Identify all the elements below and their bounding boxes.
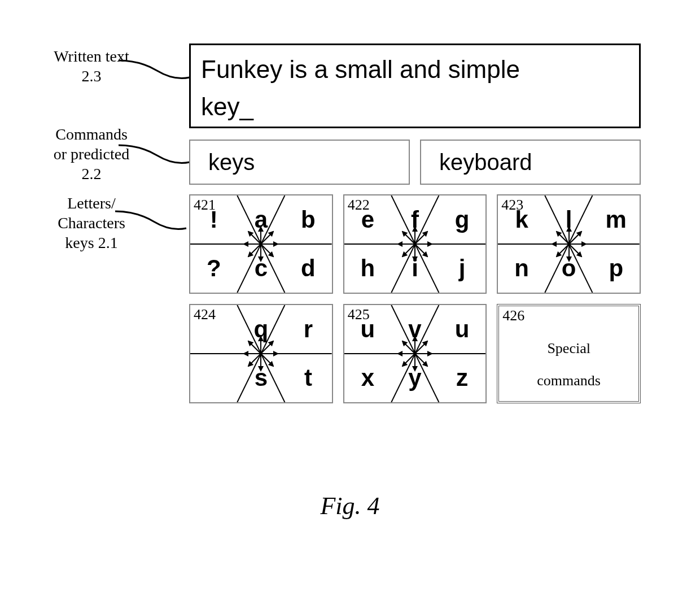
svg-line-41 xyxy=(248,354,261,366)
key-423-arrows-icon xyxy=(546,221,592,267)
written-text-area[interactable]: Funkey is a small and simple key_ xyxy=(189,44,641,128)
svg-line-15 xyxy=(415,232,427,244)
svg-line-19 xyxy=(403,244,415,256)
svg-line-26 xyxy=(569,232,581,244)
written-text-line2: key_ xyxy=(201,93,253,120)
prediction-2-text: keyboard xyxy=(439,150,532,175)
key-421[interactable]: 421 ! a b ? c d xyxy=(189,194,333,294)
svg-line-54 xyxy=(403,341,415,354)
svg-line-37 xyxy=(261,341,273,354)
svg-line-39 xyxy=(261,354,273,366)
svg-line-30 xyxy=(557,244,569,256)
label-letters-l3: keys 2.1 xyxy=(65,234,117,251)
svg-line-43 xyxy=(248,341,261,354)
key-424-arrows-icon xyxy=(238,331,283,376)
key-425-num: 425 xyxy=(348,306,370,323)
label-letters-l1: Letters/ xyxy=(67,194,116,212)
svg-line-8 xyxy=(248,244,261,256)
figure-caption: Fig. 4 xyxy=(0,491,700,520)
svg-line-32 xyxy=(557,232,569,244)
svg-line-52 xyxy=(403,354,415,366)
key-422-arrows-icon xyxy=(392,221,438,267)
key-421-num: 421 xyxy=(194,197,216,214)
key-423[interactable]: 423 k l m n o p xyxy=(497,194,641,294)
connector-written-text xyxy=(117,59,191,82)
svg-line-48 xyxy=(415,341,427,354)
written-text-line1: Funkey is a small and simple xyxy=(201,55,520,83)
key-425-arrows-icon xyxy=(392,331,438,376)
svg-line-10 xyxy=(248,232,261,244)
svg-line-6 xyxy=(261,244,273,256)
prediction-row: keys keyboard xyxy=(189,140,641,185)
prediction-1-text: keys xyxy=(208,150,255,175)
svg-line-21 xyxy=(403,232,415,244)
key-425[interactable]: 425 u v u x y z xyxy=(343,304,487,403)
prediction-1[interactable]: keys xyxy=(189,140,410,185)
key-426-line2: commands xyxy=(537,372,601,389)
label-commands-l1: Commands xyxy=(55,125,128,143)
key-426-text: Special commands xyxy=(499,332,638,397)
label-commands-l3: 2.2 xyxy=(82,165,102,182)
svg-line-17 xyxy=(415,244,427,256)
key-424[interactable]: 424 q r s t xyxy=(189,304,333,403)
key-424-num: 424 xyxy=(194,306,216,323)
key-422-num: 422 xyxy=(348,197,370,214)
prediction-2[interactable]: keyboard xyxy=(420,140,641,185)
label-written-text-l2: 2.3 xyxy=(82,67,102,85)
key-grid: 421 ! a b ? c d 422 xyxy=(189,194,641,403)
key-426-line1: Special xyxy=(547,340,590,356)
connector-letters xyxy=(114,210,187,233)
key-426-special[interactable]: 426 Special commands xyxy=(497,304,641,403)
figure-caption-text: Fig. 4 xyxy=(320,492,379,520)
key-423-num: 423 xyxy=(501,197,523,214)
key-422[interactable]: 422 e f g h i j xyxy=(343,194,487,294)
svg-line-4 xyxy=(261,232,273,244)
svg-line-28 xyxy=(569,244,581,256)
key-421-arrows-icon xyxy=(238,221,283,267)
connector-commands xyxy=(117,144,191,167)
key-426-num: 426 xyxy=(502,307,524,324)
svg-line-50 xyxy=(415,354,427,366)
